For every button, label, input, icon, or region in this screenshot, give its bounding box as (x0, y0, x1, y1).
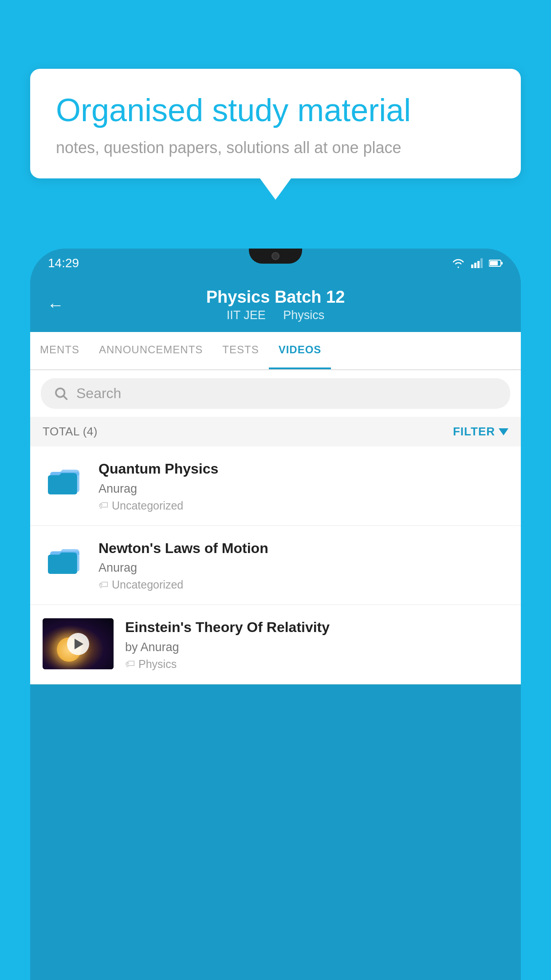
video-title: Newton's Laws of Motion (98, 539, 508, 558)
svg-rect-1 (474, 263, 476, 268)
svg-rect-5 (490, 261, 498, 265)
video-info: Newton's Laws of Motion Anurag 🏷 Uncateg… (98, 539, 508, 592)
wifi-icon (452, 258, 465, 268)
back-button[interactable]: ← (47, 296, 64, 315)
list-item[interactable]: Newton's Laws of Motion Anurag 🏷 Uncateg… (30, 526, 521, 605)
video-title: Einstein's Theory Of Relativity (125, 618, 508, 637)
search-bar[interactable]: Search (41, 378, 510, 409)
total-label: TOTAL (4) (43, 425, 98, 439)
video-tag-label: Physics (138, 658, 177, 671)
play-icon (75, 639, 83, 649)
tab-tests[interactable]: TESTS (213, 332, 268, 369)
video-thumb-image (43, 618, 114, 669)
search-input-placeholder[interactable]: Search (76, 385, 121, 402)
battery-icon (489, 259, 503, 267)
bubble-title: Organised study material (56, 92, 495, 129)
header-tag1: IIT JEE (227, 308, 266, 322)
svg-rect-2 (477, 261, 480, 268)
search-icon (53, 386, 69, 402)
video-author: Anurag (98, 482, 508, 496)
tab-videos[interactable]: VIDEOS (269, 332, 331, 369)
svg-rect-6 (501, 262, 503, 265)
filter-icon (499, 428, 508, 435)
video-list: Quantum Physics Anurag 🏷 Uncategorized (30, 447, 521, 684)
video-tag: 🏷 Uncategorized (98, 578, 508, 591)
status-bar: 14:29 (30, 249, 521, 278)
speech-bubble: Organised study material notes, question… (30, 69, 521, 178)
header-title: Physics Batch 12 (206, 288, 345, 307)
video-thumbnail (43, 618, 114, 669)
phone-frame: 14:29 ← Phys (30, 249, 521, 980)
tabs-bar: MENTS ANNOUNCEMENTS TESTS VIDEOS (30, 332, 521, 370)
video-tag: 🏷 Physics (125, 658, 508, 671)
header-tag2: Physics (283, 308, 324, 322)
filter-button[interactable]: FILTER (453, 425, 508, 439)
folder-icon-wrap (43, 460, 87, 500)
video-title: Quantum Physics (98, 460, 508, 478)
tag-icon: 🏷 (98, 500, 108, 511)
notch (249, 249, 302, 264)
bubble-subtitle: notes, question papers, solutions all at… (56, 138, 495, 157)
video-author: by Anurag (125, 640, 508, 654)
tag-icon: 🏷 (125, 658, 135, 670)
filter-bar: TOTAL (4) FILTER (30, 417, 521, 447)
folder-icon (48, 463, 82, 497)
video-tag-label: Uncategorized (112, 578, 183, 591)
tab-ments[interactable]: MENTS (30, 332, 89, 369)
header-tags: IIT JEE Physics (206, 308, 345, 322)
video-author: Anurag (98, 561, 508, 575)
status-icons (452, 258, 503, 268)
camera (272, 252, 279, 260)
status-time: 14:29 (48, 256, 79, 270)
tag-icon: 🏷 (98, 579, 108, 591)
filter-label: FILTER (453, 425, 495, 439)
app-header: ← Physics Batch 12 IIT JEE Physics (30, 278, 521, 332)
screen-content: Search TOTAL (4) FILTER (30, 370, 521, 684)
folder-icon (48, 542, 82, 576)
list-item[interactable]: Einstein's Theory Of Relativity by Anura… (30, 605, 521, 684)
svg-rect-3 (480, 258, 483, 268)
video-tag: 🏷 Uncategorized (98, 499, 508, 512)
search-bar-wrap: Search (30, 370, 521, 417)
folder-icon-wrap (43, 539, 87, 579)
svg-rect-0 (471, 265, 473, 268)
svg-line-8 (63, 396, 67, 399)
svg-point-7 (56, 388, 65, 397)
header-center: Physics Batch 12 IIT JEE Physics (206, 288, 345, 322)
signal-icon (471, 258, 483, 268)
video-info: Einstein's Theory Of Relativity by Anura… (125, 618, 508, 671)
play-button[interactable] (67, 633, 89, 655)
video-info: Quantum Physics Anurag 🏷 Uncategorized (98, 460, 508, 512)
video-tag-label: Uncategorized (112, 499, 183, 512)
list-item[interactable]: Quantum Physics Anurag 🏷 Uncategorized (30, 447, 521, 526)
tab-announcements[interactable]: ANNOUNCEMENTS (89, 332, 213, 369)
